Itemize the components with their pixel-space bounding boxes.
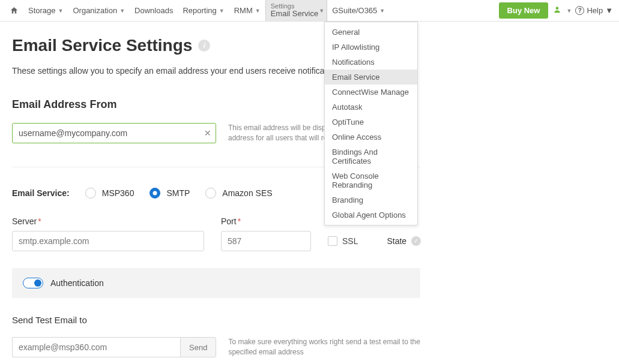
nav-organization[interactable]: Organization▼ bbox=[68, 0, 130, 21]
caret-down-icon: ▼ bbox=[119, 8, 125, 14]
nav-downloads[interactable]: Downloads bbox=[130, 0, 178, 21]
send-test-button[interactable]: Send bbox=[180, 337, 216, 357]
nav-reporting[interactable]: Reporting▼ bbox=[178, 0, 229, 21]
nav-rmm[interactable]: RMM▼ bbox=[229, 0, 265, 21]
server-field: Server* bbox=[12, 216, 204, 251]
radio-smtp[interactable]: SMTP bbox=[149, 188, 190, 198]
nav-organization-label: Organization bbox=[73, 6, 117, 15]
state-dot-icon: ✓ bbox=[411, 236, 421, 246]
nav-downloads-label: Downloads bbox=[134, 6, 173, 15]
server-input[interactable] bbox=[12, 231, 204, 251]
buy-new-button[interactable]: Buy New bbox=[499, 2, 549, 19]
test-input-group: Send bbox=[12, 337, 216, 357]
email-from-input[interactable] bbox=[12, 123, 216, 143]
email-from-input-wrap: ✕ bbox=[12, 123, 216, 143]
radio-icon bbox=[85, 188, 96, 198]
ssl-label: SSL bbox=[342, 236, 358, 246]
dropdown-item-branding[interactable]: Branding bbox=[325, 192, 417, 207]
dropdown-item-optitune[interactable]: OptiTune bbox=[325, 115, 417, 130]
nav-reporting-label: Reporting bbox=[183, 6, 216, 15]
dropdown-item-notifications[interactable]: Notifications bbox=[325, 55, 417, 70]
caret-down-icon: ▼ bbox=[58, 8, 64, 14]
caret-down-icon: ▼ bbox=[255, 8, 261, 14]
radio-msp360-label: MSP360 bbox=[102, 188, 134, 198]
port-field: Port* bbox=[221, 216, 311, 251]
nav-storage[interactable]: Storage▼ bbox=[23, 0, 68, 21]
test-email-hint: To make sure everything works right send… bbox=[228, 337, 420, 358]
toggle-knob bbox=[34, 279, 41, 287]
nav-settings[interactable]: Settings Email Service ▼ bbox=[265, 0, 327, 21]
dropdown-item-global-agent-options[interactable]: Global Agent Options bbox=[325, 207, 417, 222]
auth-toggle[interactable] bbox=[23, 278, 43, 288]
settings-dropdown: GeneralIP AllowlistingNotificationsEmail… bbox=[324, 22, 418, 225]
dropdown-item-online-access[interactable]: Online Access bbox=[325, 130, 417, 145]
radio-icon bbox=[149, 188, 160, 198]
dropdown-item-ip-allowlisting[interactable]: IP Allowlisting bbox=[325, 40, 417, 55]
dropdown-item-email-service[interactable]: Email Service bbox=[325, 70, 417, 85]
radio-ses-label: Amazon SES bbox=[222, 188, 272, 198]
dropdown-item-general[interactable]: General bbox=[325, 25, 417, 40]
caret-down-icon: ▼ bbox=[605, 6, 613, 15]
test-email-title: Send Test Email to bbox=[12, 315, 420, 325]
info-icon[interactable]: i bbox=[198, 40, 210, 52]
dropdown-item-autotask[interactable]: Autotask bbox=[325, 100, 417, 115]
server-label: Server* bbox=[12, 216, 204, 226]
caret-down-icon: ▼ bbox=[319, 8, 324, 14]
nav-gsuite[interactable]: GSuite/O365▼ bbox=[327, 0, 390, 21]
radio-smtp-label: SMTP bbox=[166, 188, 190, 198]
port-input[interactable] bbox=[221, 231, 311, 251]
state-label: State bbox=[387, 236, 406, 246]
email-service-label: Email Service: bbox=[12, 188, 70, 198]
dropdown-item-bindings-and-certificates[interactable]: Bindings And Certificates bbox=[325, 145, 417, 169]
page-title: Email Service Settings bbox=[12, 36, 192, 55]
help-icon: ? bbox=[575, 6, 584, 15]
port-label: Port* bbox=[221, 216, 311, 226]
caret-down-icon: ▼ bbox=[379, 8, 385, 14]
nav-gsuite-label: GSuite/O365 bbox=[332, 6, 377, 15]
auth-label: Authentication bbox=[50, 278, 104, 288]
dropdown-item-connectwise-manage[interactable]: ConnectWise Manage bbox=[325, 85, 417, 100]
nav-settings-sub-label: Email Service bbox=[271, 10, 318, 18]
help-link[interactable]: ? Help ▼ bbox=[575, 6, 613, 15]
test-email-input[interactable] bbox=[12, 337, 180, 357]
nav-rmm-label: RMM bbox=[234, 6, 253, 15]
radio-ses[interactable]: Amazon SES bbox=[205, 188, 272, 198]
auth-panel: Authentication bbox=[12, 268, 420, 298]
caret-down-icon: ▼ bbox=[219, 8, 225, 14]
radio-icon bbox=[205, 188, 216, 198]
top-nav: Storage▼ Organization▼ Downloads Reporti… bbox=[0, 0, 619, 22]
nav-storage-label: Storage bbox=[28, 6, 56, 15]
help-label: Help bbox=[587, 6, 603, 15]
ssl-checkbox[interactable] bbox=[328, 236, 337, 246]
clear-icon[interactable]: ✕ bbox=[204, 128, 211, 138]
nav-left: Storage▼ Organization▼ Downloads Reporti… bbox=[5, 0, 390, 21]
caret-down-icon[interactable]: ▼ bbox=[566, 8, 572, 14]
state-field: State ✓ bbox=[387, 231, 421, 251]
test-email-row: Send To make sure everything works right… bbox=[12, 337, 420, 358]
user-icon[interactable] bbox=[552, 5, 563, 16]
ssl-field: SSL bbox=[328, 231, 358, 251]
svg-point-0 bbox=[556, 7, 559, 10]
radio-msp360[interactable]: MSP360 bbox=[85, 188, 134, 198]
home-icon[interactable] bbox=[5, 0, 23, 21]
nav-right: Buy New ▼ ? Help ▼ bbox=[499, 0, 619, 21]
dropdown-item-web-console-rebranding[interactable]: Web Console Rebranding bbox=[325, 169, 417, 192]
